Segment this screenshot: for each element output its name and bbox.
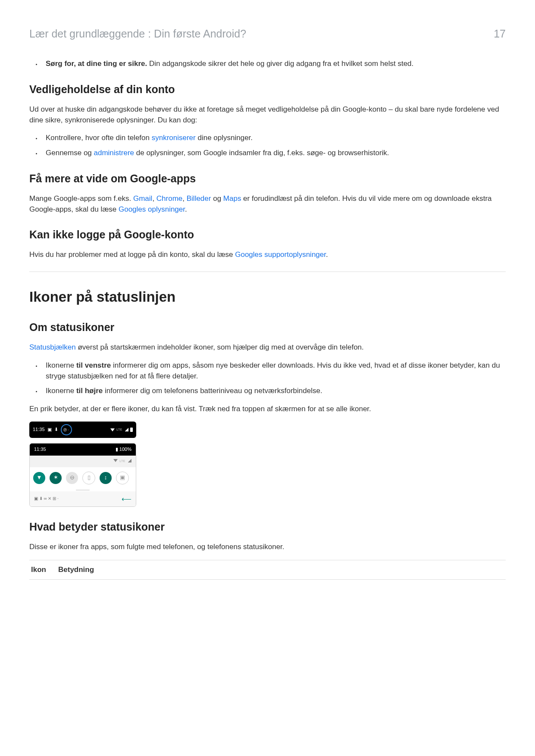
bluetooth-toggle-icon: ✶: [50, 472, 62, 484]
maintain-heading: Vedligeholdelse af din konto: [29, 81, 506, 97]
maintain-item-2: Gennemse og administrere de oplysninger,…: [41, 148, 506, 159]
gmail-link[interactable]: Gmail: [133, 194, 152, 203]
secure-bold: Sørg for, at dine ting er sikre.: [46, 59, 147, 68]
google-apps-para: Mange Google-apps som f.eks. Gmail, Chro…: [29, 194, 506, 215]
google-apps-heading: Få mere at vide om Google-apps: [29, 171, 506, 186]
dnd-toggle-icon: ⊖: [66, 472, 78, 484]
maps-link[interactable]: Maps: [223, 194, 241, 203]
maintain-list: Kontrollere, hvor ofte din telefon synkr…: [29, 133, 506, 158]
wifi-toggle-icon: ▼: [33, 472, 45, 484]
rotation-toggle-icon: ↕: [100, 472, 112, 484]
page-header: Lær det grundlæggende : Din første Andro…: [29, 26, 506, 41]
panel-handle: [76, 490, 90, 490]
battery-icon: [130, 428, 133, 432]
breadcrumb: Lær det grundlæggende : Din første Andro…: [29, 26, 246, 41]
sync-link[interactable]: synkroniserer: [152, 134, 196, 142]
download-icon: ⬇: [54, 426, 58, 433]
panel-battery: ▮ 100%: [116, 446, 131, 453]
about-status-heading: Om statusikoner: [29, 319, 506, 335]
overflow-icons-row: ▣ ⬇ ∞ ✕ ⊞ ·: [34, 496, 59, 502]
wifi-icon: [113, 459, 118, 462]
cannot-login-heading: Kan ikke logge på Google-konto: [29, 227, 506, 242]
google-info-link[interactable]: Googles oplysninger: [119, 205, 185, 213]
statusbar-collapsed: 11:35 ▣ ⬇ ⓟ · LTE: [29, 422, 136, 438]
battery-saver-toggle-icon: ▣: [116, 472, 129, 484]
signal-icon: [124, 428, 128, 431]
secure-bullet: Sørg for, at dine ting er sikre. Din adg…: [41, 59, 506, 69]
cannot-login-para: Hvis du har problemer med at logge på di…: [29, 250, 506, 260]
maintain-intro: Ud over at huske din adgangskode behøver…: [29, 104, 506, 125]
status-icons-heading: Ikoner på statuslinjen: [29, 287, 506, 307]
lte-label: LTE: [119, 459, 125, 463]
chrome-link[interactable]: Chrome: [156, 194, 182, 203]
about-status-intro: Statusbjælken øverst på startskærmen ind…: [29, 342, 506, 353]
about-item-left: Ikonerne til venstre informerer dig om a…: [41, 360, 506, 381]
signal-icon: [127, 459, 131, 462]
about-item-right: Ikonerne til højre informerer dig om tel…: [41, 386, 506, 397]
table-header-meaning: Betydning: [56, 560, 506, 580]
secure-bullet-list: Sørg for, at dine ting er sikre. Din adg…: [29, 59, 506, 69]
icon-meaning-table: Ikon Betydning: [29, 560, 506, 580]
panel-time: 11:35: [34, 446, 46, 453]
statusbar-expanded: 11:35 ▮ 100% LTE ▼ ✶ ⊖ ▯ ↕ ▣ ▣ ⬇ ∞ ✕ ⊞ ·…: [29, 443, 136, 506]
dot-meaning-para: En prik betyder, at der er flere ikoner,…: [29, 404, 506, 415]
section-divider: [29, 272, 506, 272]
wifi-icon: [110, 428, 115, 431]
time-label: 11:35: [33, 426, 45, 433]
secure-rest: Din adgangskode sikrer det hele og giver…: [147, 59, 413, 68]
maintain-item-1: Kontrollere, hvor ofte din telefon synkr…: [41, 133, 506, 144]
table-header-icon: Ikon: [29, 560, 56, 580]
overflow-dot-highlight: ⓟ ·: [61, 424, 72, 435]
page-number: 17: [494, 26, 506, 41]
administer-link[interactable]: administrere: [94, 149, 135, 157]
arrow-left-icon: ⟵: [122, 494, 131, 504]
lte-label: LTE: [116, 428, 122, 432]
flashlight-toggle-icon: ▯: [82, 472, 95, 484]
google-support-link[interactable]: Googles supportoplysninger: [235, 250, 326, 259]
photos-link[interactable]: Billeder: [187, 194, 211, 203]
icon-meaning-heading: Hvad betyder statusikoner: [29, 519, 506, 534]
chat-icon: ▣: [47, 426, 52, 433]
icon-meaning-intro: Disse er ikoner fra apps, som fulgte med…: [29, 542, 506, 553]
about-status-list: Ikonerne til venstre informerer dig om a…: [29, 360, 506, 397]
statusbar-link[interactable]: Statusbjælken: [29, 343, 76, 351]
statusbar-screenshots: 11:35 ▣ ⬇ ⓟ · LTE 11:35 ▮ 100% LTE ▼ ✶ ⊖…: [29, 422, 136, 506]
